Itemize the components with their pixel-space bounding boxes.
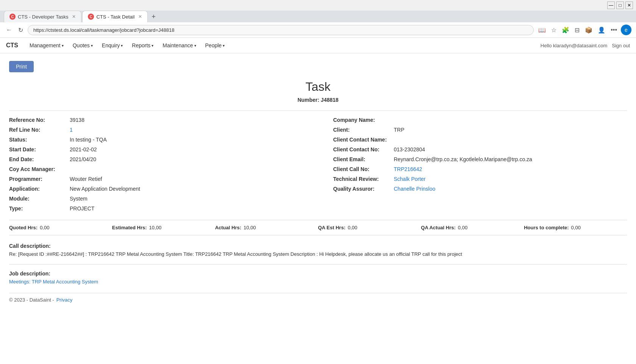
field-end-date: End Date: 2021/04/20 bbox=[9, 156, 303, 162]
field-quality-assuror: Quality Assuror: Chanelle Prinsloo bbox=[333, 186, 627, 192]
main-content: Print Task Number: J48818 Reference No: … bbox=[0, 53, 636, 310]
tab-bar: C CTS - Developer Tasks ✕ C CTS - Task D… bbox=[0, 11, 636, 22]
footer-privacy-link[interactable]: Privacy bbox=[56, 297, 73, 303]
field-coy-acc-manager: Coy Acc Manager: bbox=[9, 166, 303, 172]
task-number: Number: J48818 bbox=[9, 97, 627, 103]
tab-icon-1: C bbox=[9, 14, 16, 20]
reader-mode-button[interactable]: 📖 bbox=[537, 25, 547, 35]
details-left: Reference No: 39138 Ref Line No: 1 Statu… bbox=[9, 117, 318, 215]
details-grid: Reference No: 39138 Ref Line No: 1 Statu… bbox=[9, 117, 627, 215]
print-button[interactable]: Print bbox=[9, 61, 34, 72]
call-description-text: Re: [Request ID :##RE-216642##] : TRP216… bbox=[9, 250, 627, 258]
back-button[interactable]: ← bbox=[5, 25, 14, 35]
divider-top bbox=[9, 110, 627, 111]
field-technical-review: Technical Review: Schalk Porter bbox=[333, 176, 627, 182]
collections-button[interactable]: 📦 bbox=[583, 25, 594, 35]
field-client-call-no: Client Call No: TRP216642 bbox=[333, 166, 627, 172]
tab-developer-tasks[interactable]: C CTS - Developer Tasks ✕ bbox=[4, 11, 81, 22]
tab-label-2: CTS - Task Detail bbox=[96, 14, 134, 20]
field-start-date: Start Date: 2021-02-02 bbox=[9, 146, 303, 152]
menu-button[interactable]: ••• bbox=[609, 25, 619, 35]
toolbar-actions: 📖 ☆ 🧩 ⊟ 📦 👤 ••• e bbox=[537, 25, 631, 35]
field-client-email: Client Email: Reynard.Cronje@trp.co.za; … bbox=[333, 156, 627, 162]
new-tab-button[interactable]: + bbox=[148, 11, 159, 22]
task-title: Task bbox=[9, 80, 627, 94]
job-description-label: Job description: bbox=[9, 271, 627, 277]
hours-actual: Actual Hrs: 10,00 bbox=[215, 225, 318, 230]
hours-qa-est: QA Est Hrs: 0,00 bbox=[318, 225, 421, 230]
address-bar[interactable] bbox=[28, 25, 534, 35]
field-client: Client: TRP bbox=[333, 127, 627, 133]
description-section: Call description: Re: [Request ID :##RE-… bbox=[9, 243, 627, 285]
window-maximize-button[interactable]: □ bbox=[616, 2, 624, 9]
tab-task-detail[interactable]: C CTS - Task Detail ✕ bbox=[82, 11, 148, 22]
hours-to-complete: Hours to complete: 0,00 bbox=[524, 225, 627, 230]
reports-caret-icon: ▾ bbox=[152, 44, 153, 48]
hours-quoted: Quoted Hrs: 0,00 bbox=[9, 225, 112, 230]
call-description-label: Call description: bbox=[9, 243, 627, 249]
nav-reports[interactable]: Reports ▾ bbox=[128, 41, 157, 50]
field-client-contact-name: Client Contact Name: bbox=[333, 137, 627, 143]
hours-estimated: Estimated Hrs: 10,00 bbox=[112, 225, 215, 230]
edge-icon[interactable]: e bbox=[621, 25, 631, 35]
footer-copyright: © 2023 - DataSaint - bbox=[9, 297, 54, 303]
tab-icon-2: C bbox=[88, 14, 94, 20]
nav-people[interactable]: People ▾ bbox=[202, 41, 229, 50]
maintenance-caret-icon: ▾ bbox=[194, 44, 196, 48]
field-reference-no: Reference No: 39138 bbox=[9, 117, 303, 123]
favorites-button[interactable]: ☆ bbox=[550, 25, 558, 35]
tab-close-2[interactable]: ✕ bbox=[138, 14, 142, 19]
field-client-contact-no: Client Contact No: 013-2302804 bbox=[333, 146, 627, 152]
quotes-caret-icon: ▾ bbox=[91, 44, 93, 48]
job-description-text: Meetings: TRP Metal Accounting System bbox=[9, 278, 627, 286]
nav-quotes[interactable]: Quotes ▾ bbox=[69, 41, 97, 50]
hours-bar: Quoted Hrs: 0,00 Estimated Hrs: 10,00 Ac… bbox=[9, 220, 627, 235]
split-view-button[interactable]: ⊟ bbox=[573, 25, 581, 35]
enquiry-caret-icon: ▾ bbox=[121, 44, 123, 48]
nav-management[interactable]: Management ▾ bbox=[26, 41, 67, 50]
field-module: Module: System bbox=[9, 196, 303, 202]
field-programmer: Programmer: Wouter Retief bbox=[9, 176, 303, 182]
divider-description bbox=[9, 264, 627, 264]
details-right: Company Name: Client: TRP Client Contact… bbox=[318, 117, 627, 215]
management-caret-icon: ▾ bbox=[62, 44, 64, 48]
extensions-button[interactable]: 🧩 bbox=[560, 25, 571, 35]
field-company-name: Company Name: bbox=[333, 117, 627, 123]
app-nav: CTS Management ▾ Quotes ▾ Enquiry ▾ Repo… bbox=[0, 38, 636, 53]
window-close-button[interactable]: ✕ bbox=[625, 2, 633, 9]
field-status: Status: In testing - TQA bbox=[9, 137, 303, 143]
window-minimize-button[interactable]: — bbox=[607, 2, 615, 9]
profile-button[interactable]: 👤 bbox=[596, 25, 607, 35]
nav-enquiry[interactable]: Enquiry ▾ bbox=[98, 41, 127, 50]
app-logo: CTS bbox=[6, 42, 18, 49]
reload-button[interactable]: ↻ bbox=[17, 25, 25, 35]
sign-out-link[interactable]: Sign out bbox=[612, 43, 630, 48]
footer: © 2023 - DataSaint - Privacy bbox=[9, 293, 627, 303]
hours-qa-actual: QA Actual Hrs: 0,00 bbox=[421, 225, 524, 230]
os-titlebar: — □ ✕ bbox=[0, 0, 636, 11]
tab-label-1: CTS - Developer Tasks bbox=[18, 14, 68, 20]
user-email: Hello klaradyn@datasaint.com bbox=[541, 43, 608, 48]
tab-close-1[interactable]: ✕ bbox=[72, 14, 76, 19]
people-caret-icon: ▾ bbox=[223, 44, 225, 48]
field-application: Application: New Application Development bbox=[9, 186, 303, 192]
nav-menu: Management ▾ Quotes ▾ Enquiry ▾ Reports … bbox=[26, 41, 541, 50]
field-type: Type: PROJECT bbox=[9, 205, 303, 212]
user-info: Hello klaradyn@datasaint.com Sign out bbox=[541, 43, 630, 48]
field-ref-line-no: Ref Line No: 1 bbox=[9, 127, 303, 133]
nav-maintenance[interactable]: Maintenance ▾ bbox=[159, 41, 200, 50]
browser-toolbar: ← ↻ 📖 ☆ 🧩 ⊟ 📦 👤 ••• e bbox=[0, 22, 636, 38]
